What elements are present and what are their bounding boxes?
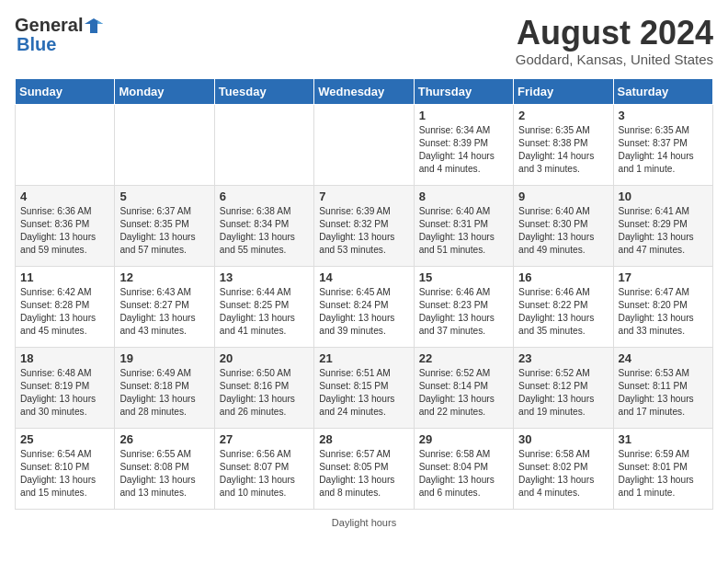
day-info: Sunrise: 6:36 AM Sunset: 8:36 PM Dayligh… (20, 205, 109, 258)
day-info: Sunrise: 6:39 AM Sunset: 8:32 PM Dayligh… (319, 205, 408, 258)
svg-marker-0 (85, 18, 103, 33)
calendar-cell: 13Sunrise: 6:44 AM Sunset: 8:25 PM Dayli… (214, 266, 313, 347)
weekday-header-saturday: Saturday (613, 78, 712, 104)
day-info: Sunrise: 6:52 AM Sunset: 8:14 PM Dayligh… (419, 367, 508, 419)
day-number: 27 (220, 432, 309, 446)
day-number: 28 (319, 432, 408, 446)
calendar-cell: 23Sunrise: 6:52 AM Sunset: 8:12 PM Dayli… (514, 347, 613, 428)
day-info: Sunrise: 6:57 AM Sunset: 8:05 PM Dayligh… (319, 448, 408, 500)
calendar-cell (214, 104, 313, 185)
day-number: 5 (119, 190, 209, 203)
day-number: 12 (119, 270, 209, 284)
weekday-header-sunday: Sunday (16, 78, 115, 104)
day-number: 21 (319, 351, 408, 365)
day-number: 23 (518, 351, 608, 365)
day-info: Sunrise: 6:42 AM Sunset: 8:28 PM Dayligh… (20, 286, 109, 339)
day-number: 31 (619, 432, 708, 446)
calendar-cell: 30Sunrise: 6:58 AM Sunset: 8:02 PM Dayli… (514, 428, 613, 509)
day-info: Sunrise: 6:35 AM Sunset: 8:37 PM Dayligh… (619, 124, 708, 177)
calendar-cell: 8Sunrise: 6:40 AM Sunset: 8:31 PM Daylig… (414, 185, 513, 266)
svg-marker-1 (97, 20, 103, 24)
calendar-cell: 25Sunrise: 6:54 AM Sunset: 8:10 PM Dayli… (16, 428, 115, 509)
logo-blue-text: Blue (17, 34, 56, 55)
weekday-header-friday: Friday (514, 78, 613, 104)
day-number: 16 (518, 270, 608, 284)
day-number: 30 (518, 432, 608, 446)
day-info: Sunrise: 6:54 AM Sunset: 8:10 PM Dayligh… (20, 448, 109, 500)
calendar-week-1: 1Sunrise: 6:34 AM Sunset: 8:39 PM Daylig… (16, 104, 713, 185)
weekday-header-wednesday: Wednesday (314, 78, 414, 104)
calendar-cell: 12Sunrise: 6:43 AM Sunset: 8:27 PM Dayli… (115, 266, 214, 347)
calendar-cell (16, 104, 115, 185)
weekday-header-tuesday: Tuesday (214, 78, 313, 104)
calendar-cell: 26Sunrise: 6:55 AM Sunset: 8:08 PM Dayli… (115, 428, 214, 509)
day-number: 7 (319, 190, 408, 203)
calendar-cell (314, 104, 414, 185)
day-info: Sunrise: 6:56 AM Sunset: 8:07 PM Dayligh… (220, 448, 309, 500)
page-header: General Blue August 2024 Goddard, Kansas… (15, 15, 713, 67)
logo: General Blue (15, 15, 103, 55)
calendar-week-3: 11Sunrise: 6:42 AM Sunset: 8:28 PM Dayli… (16, 266, 713, 347)
day-info: Sunrise: 6:48 AM Sunset: 8:19 PM Dayligh… (20, 367, 109, 419)
day-info: Sunrise: 6:35 AM Sunset: 8:38 PM Dayligh… (518, 124, 608, 177)
day-info: Sunrise: 6:46 AM Sunset: 8:23 PM Dayligh… (419, 286, 508, 339)
day-info: Sunrise: 6:50 AM Sunset: 8:16 PM Dayligh… (220, 367, 309, 419)
calendar-cell: 5Sunrise: 6:37 AM Sunset: 8:35 PM Daylig… (115, 185, 214, 266)
day-number: 22 (419, 351, 508, 365)
day-number: 1 (419, 109, 508, 122)
day-number: 11 (20, 270, 109, 284)
month-title: August 2024 (516, 15, 713, 52)
day-info: Sunrise: 6:49 AM Sunset: 8:18 PM Dayligh… (119, 367, 209, 419)
day-info: Sunrise: 6:47 AM Sunset: 8:20 PM Dayligh… (619, 286, 708, 339)
calendar-cell: 16Sunrise: 6:46 AM Sunset: 8:22 PM Dayli… (514, 266, 613, 347)
footer: Daylight hours (15, 517, 713, 528)
day-number: 13 (220, 270, 309, 284)
calendar-cell: 31Sunrise: 6:59 AM Sunset: 8:01 PM Dayli… (613, 428, 712, 509)
calendar-cell: 19Sunrise: 6:49 AM Sunset: 8:18 PM Dayli… (115, 347, 214, 428)
day-info: Sunrise: 6:59 AM Sunset: 8:01 PM Dayligh… (619, 448, 708, 500)
calendar-cell: 18Sunrise: 6:48 AM Sunset: 8:19 PM Dayli… (16, 347, 115, 428)
day-number: 9 (518, 190, 608, 203)
calendar-cell: 15Sunrise: 6:46 AM Sunset: 8:23 PM Dayli… (414, 266, 513, 347)
logo-general-text: General (15, 15, 83, 36)
day-number: 18 (20, 351, 109, 365)
day-number: 19 (119, 351, 209, 365)
day-number: 8 (419, 190, 508, 203)
day-info: Sunrise: 6:40 AM Sunset: 8:30 PM Dayligh… (518, 205, 608, 258)
day-number: 4 (20, 190, 109, 203)
calendar-cell: 17Sunrise: 6:47 AM Sunset: 8:20 PM Dayli… (613, 266, 712, 347)
calendar-week-5: 25Sunrise: 6:54 AM Sunset: 8:10 PM Dayli… (16, 428, 713, 509)
calendar-cell: 9Sunrise: 6:40 AM Sunset: 8:30 PM Daylig… (514, 185, 613, 266)
day-info: Sunrise: 6:58 AM Sunset: 8:02 PM Dayligh… (518, 448, 608, 500)
day-number: 25 (20, 432, 109, 446)
calendar-cell (115, 104, 214, 185)
weekday-header-row: SundayMondayTuesdayWednesdayThursdayFrid… (16, 78, 713, 104)
calendar-cell: 2Sunrise: 6:35 AM Sunset: 8:38 PM Daylig… (514, 104, 613, 185)
calendar-cell: 14Sunrise: 6:45 AM Sunset: 8:24 PM Dayli… (314, 266, 414, 347)
day-info: Sunrise: 6:44 AM Sunset: 8:25 PM Dayligh… (220, 286, 309, 339)
calendar-cell: 24Sunrise: 6:53 AM Sunset: 8:11 PM Dayli… (613, 347, 712, 428)
day-number: 17 (619, 270, 708, 284)
location-text: Goddard, Kansas, United States (516, 52, 713, 67)
calendar-week-4: 18Sunrise: 6:48 AM Sunset: 8:19 PM Dayli… (16, 347, 713, 428)
day-number: 24 (619, 351, 708, 365)
calendar-cell: 22Sunrise: 6:52 AM Sunset: 8:14 PM Dayli… (414, 347, 513, 428)
calendar-table: SundayMondayTuesdayWednesdayThursdayFrid… (15, 78, 713, 510)
calendar-cell: 1Sunrise: 6:34 AM Sunset: 8:39 PM Daylig… (414, 104, 513, 185)
calendar-cell: 29Sunrise: 6:58 AM Sunset: 8:04 PM Dayli… (414, 428, 513, 509)
day-info: Sunrise: 6:52 AM Sunset: 8:12 PM Dayligh… (518, 367, 608, 419)
calendar-cell: 20Sunrise: 6:50 AM Sunset: 8:16 PM Dayli… (214, 347, 313, 428)
day-info: Sunrise: 6:53 AM Sunset: 8:11 PM Dayligh… (619, 367, 708, 419)
day-info: Sunrise: 6:38 AM Sunset: 8:34 PM Dayligh… (220, 205, 309, 258)
weekday-header-thursday: Thursday (414, 78, 513, 104)
calendar-cell: 28Sunrise: 6:57 AM Sunset: 8:05 PM Dayli… (314, 428, 414, 509)
day-number: 20 (220, 351, 309, 365)
day-number: 3 (619, 109, 708, 122)
day-info: Sunrise: 6:51 AM Sunset: 8:15 PM Dayligh… (319, 367, 408, 419)
day-info: Sunrise: 6:58 AM Sunset: 8:04 PM Dayligh… (419, 448, 508, 500)
calendar-cell: 10Sunrise: 6:41 AM Sunset: 8:29 PM Dayli… (613, 185, 712, 266)
day-number: 15 (419, 270, 508, 284)
day-info: Sunrise: 6:40 AM Sunset: 8:31 PM Dayligh… (419, 205, 508, 258)
day-info: Sunrise: 6:37 AM Sunset: 8:35 PM Dayligh… (119, 205, 209, 258)
calendar-cell: 21Sunrise: 6:51 AM Sunset: 8:15 PM Dayli… (314, 347, 414, 428)
